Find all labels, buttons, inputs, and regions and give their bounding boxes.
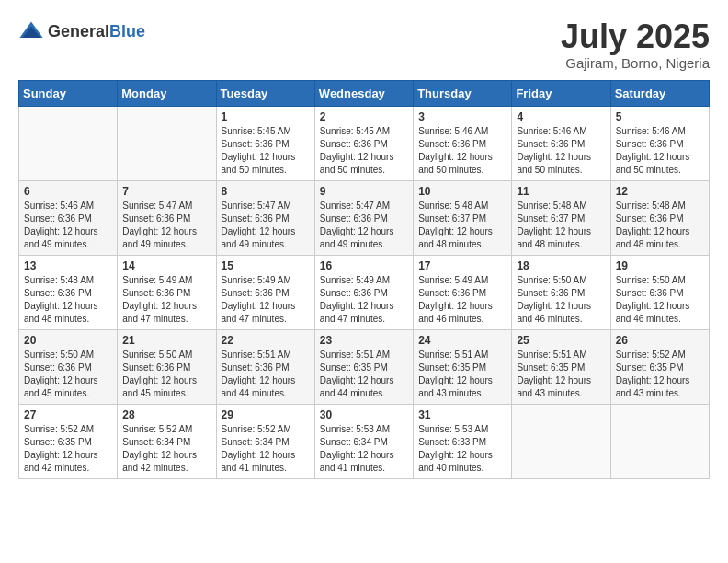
day-number: 28 — [122, 408, 210, 421]
calendar-table: SundayMondayTuesdayWednesdayThursdayFrid… — [18, 80, 710, 479]
day-info: Sunrise: 5:48 AMSunset: 6:37 PMDaylight:… — [418, 200, 506, 251]
calendar-cell: 10Sunrise: 5:48 AMSunset: 6:37 PMDayligh… — [414, 180, 512, 255]
calendar-cell: 18Sunrise: 5:50 AMSunset: 6:36 PMDayligh… — [512, 255, 610, 329]
day-info: Sunrise: 5:48 AMSunset: 6:36 PMDaylight:… — [24, 274, 112, 326]
calendar-cell — [19, 106, 118, 180]
calendar-cell — [118, 106, 216, 180]
day-number: 9 — [320, 185, 408, 198]
day-number: 13 — [24, 259, 112, 272]
calendar-cell — [512, 404, 610, 478]
day-info: Sunrise: 5:50 AMSunset: 6:36 PMDaylight:… — [517, 274, 605, 326]
day-info: Sunrise: 5:50 AMSunset: 6:36 PMDaylight:… — [616, 274, 704, 326]
logo-text-blue: Blue — [109, 22, 145, 40]
calendar-cell: 20Sunrise: 5:50 AMSunset: 6:36 PMDayligh… — [19, 329, 118, 404]
day-info: Sunrise: 5:48 AMSunset: 6:37 PMDaylight:… — [517, 200, 605, 251]
day-info: Sunrise: 5:52 AMSunset: 6:34 PMDaylight:… — [122, 423, 210, 475]
day-number: 26 — [616, 334, 704, 347]
day-number: 14 — [122, 259, 210, 272]
day-number: 7 — [122, 185, 210, 198]
day-number: 3 — [418, 110, 506, 123]
day-info: Sunrise: 5:51 AMSunset: 6:35 PMDaylight:… — [418, 349, 506, 400]
day-info: Sunrise: 5:48 AMSunset: 6:36 PMDaylight:… — [616, 200, 704, 251]
calendar-cell: 13Sunrise: 5:48 AMSunset: 6:36 PMDayligh… — [19, 255, 118, 329]
day-number: 4 — [517, 110, 605, 123]
day-number: 11 — [517, 185, 605, 198]
day-number: 30 — [320, 408, 408, 421]
day-number: 2 — [320, 110, 408, 123]
month-title: July 2025 — [561, 18, 710, 55]
day-info: Sunrise: 5:49 AMSunset: 6:36 PMDaylight:… — [320, 274, 408, 326]
day-info: Sunrise: 5:49 AMSunset: 6:36 PMDaylight:… — [222, 274, 310, 326]
calendar-cell: 2Sunrise: 5:45 AMSunset: 6:36 PMDaylight… — [314, 106, 413, 180]
calendar-cell: 29Sunrise: 5:52 AMSunset: 6:34 PMDayligh… — [216, 404, 314, 478]
day-info: Sunrise: 5:45 AMSunset: 6:36 PMDaylight:… — [222, 125, 310, 177]
calendar-cell: 19Sunrise: 5:50 AMSunset: 6:36 PMDayligh… — [610, 255, 709, 329]
weekday-header-monday: Monday — [118, 80, 216, 106]
calendar-week-row: 20Sunrise: 5:50 AMSunset: 6:36 PMDayligh… — [19, 329, 710, 404]
calendar-cell: 8Sunrise: 5:47 AMSunset: 6:36 PMDaylight… — [216, 180, 314, 255]
day-number: 20 — [24, 334, 112, 347]
day-number: 8 — [222, 185, 310, 198]
weekday-header-friday: Friday — [512, 80, 610, 106]
day-info: Sunrise: 5:49 AMSunset: 6:36 PMDaylight:… — [418, 274, 506, 326]
day-number: 5 — [616, 110, 704, 123]
day-info: Sunrise: 5:47 AMSunset: 6:36 PMDaylight:… — [222, 200, 310, 251]
weekday-header-wednesday: Wednesday — [314, 80, 413, 106]
calendar-cell: 4Sunrise: 5:46 AMSunset: 6:36 PMDaylight… — [512, 106, 610, 180]
logo: GeneralBlue — [18, 18, 145, 44]
day-info: Sunrise: 5:51 AMSunset: 6:35 PMDaylight:… — [517, 349, 605, 400]
day-number: 1 — [222, 110, 310, 123]
day-info: Sunrise: 5:46 AMSunset: 6:36 PMDaylight:… — [517, 125, 605, 177]
calendar-cell: 28Sunrise: 5:52 AMSunset: 6:34 PMDayligh… — [118, 404, 216, 478]
day-info: Sunrise: 5:46 AMSunset: 6:36 PMDaylight:… — [418, 125, 506, 177]
day-info: Sunrise: 5:47 AMSunset: 6:36 PMDaylight:… — [122, 200, 210, 251]
calendar-cell: 22Sunrise: 5:51 AMSunset: 6:36 PMDayligh… — [216, 329, 314, 404]
weekday-header-sunday: Sunday — [19, 80, 118, 106]
day-info: Sunrise: 5:52 AMSunset: 6:35 PMDaylight:… — [616, 349, 704, 400]
weekday-header-tuesday: Tuesday — [216, 80, 314, 106]
calendar-cell: 11Sunrise: 5:48 AMSunset: 6:37 PMDayligh… — [512, 180, 610, 255]
calendar-cell: 6Sunrise: 5:46 AMSunset: 6:36 PMDaylight… — [19, 180, 118, 255]
day-number: 18 — [517, 259, 605, 272]
day-number: 22 — [222, 334, 310, 347]
calendar-cell: 7Sunrise: 5:47 AMSunset: 6:36 PMDaylight… — [118, 180, 216, 255]
calendar-cell: 1Sunrise: 5:45 AMSunset: 6:36 PMDaylight… — [216, 106, 314, 180]
day-number: 25 — [517, 334, 605, 347]
day-info: Sunrise: 5:50 AMSunset: 6:36 PMDaylight:… — [24, 349, 112, 400]
day-info: Sunrise: 5:51 AMSunset: 6:35 PMDaylight:… — [320, 349, 408, 400]
day-info: Sunrise: 5:47 AMSunset: 6:36 PMDaylight:… — [320, 200, 408, 251]
weekday-header-saturday: Saturday — [610, 80, 709, 106]
page-header: GeneralBlue July 2025 Gajiram, Borno, Ni… — [18, 18, 710, 71]
logo-icon — [18, 18, 44, 44]
day-number: 16 — [320, 259, 408, 272]
day-info: Sunrise: 5:49 AMSunset: 6:36 PMDaylight:… — [122, 274, 210, 326]
calendar-cell: 9Sunrise: 5:47 AMSunset: 6:36 PMDaylight… — [314, 180, 413, 255]
day-number: 10 — [418, 185, 506, 198]
calendar-cell: 3Sunrise: 5:46 AMSunset: 6:36 PMDaylight… — [414, 106, 512, 180]
day-number: 21 — [122, 334, 210, 347]
calendar-week-row: 13Sunrise: 5:48 AMSunset: 6:36 PMDayligh… — [19, 255, 710, 329]
day-info: Sunrise: 5:46 AMSunset: 6:36 PMDaylight:… — [616, 125, 704, 177]
calendar-cell: 31Sunrise: 5:53 AMSunset: 6:33 PMDayligh… — [414, 404, 512, 478]
weekday-header-row: SundayMondayTuesdayWednesdayThursdayFrid… — [19, 80, 710, 106]
day-info: Sunrise: 5:45 AMSunset: 6:36 PMDaylight:… — [320, 125, 408, 177]
day-info: Sunrise: 5:46 AMSunset: 6:36 PMDaylight:… — [24, 200, 112, 251]
logo-text-general: General — [48, 22, 109, 40]
calendar-week-row: 27Sunrise: 5:52 AMSunset: 6:35 PMDayligh… — [19, 404, 710, 478]
day-number: 23 — [320, 334, 408, 347]
calendar-cell: 23Sunrise: 5:51 AMSunset: 6:35 PMDayligh… — [314, 329, 413, 404]
day-info: Sunrise: 5:52 AMSunset: 6:35 PMDaylight:… — [24, 423, 112, 475]
calendar-cell: 16Sunrise: 5:49 AMSunset: 6:36 PMDayligh… — [314, 255, 413, 329]
day-number: 17 — [418, 259, 506, 272]
day-info: Sunrise: 5:53 AMSunset: 6:34 PMDaylight:… — [320, 423, 408, 475]
day-number: 27 — [24, 408, 112, 421]
calendar-cell: 30Sunrise: 5:53 AMSunset: 6:34 PMDayligh… — [314, 404, 413, 478]
day-number: 31 — [418, 408, 506, 421]
day-number: 19 — [616, 259, 704, 272]
day-info: Sunrise: 5:53 AMSunset: 6:33 PMDaylight:… — [418, 423, 506, 475]
day-info: Sunrise: 5:52 AMSunset: 6:34 PMDaylight:… — [222, 423, 310, 475]
weekday-header-thursday: Thursday — [414, 80, 512, 106]
day-number: 29 — [222, 408, 310, 421]
calendar-cell: 5Sunrise: 5:46 AMSunset: 6:36 PMDaylight… — [610, 106, 709, 180]
calendar-cell: 21Sunrise: 5:50 AMSunset: 6:36 PMDayligh… — [118, 329, 216, 404]
